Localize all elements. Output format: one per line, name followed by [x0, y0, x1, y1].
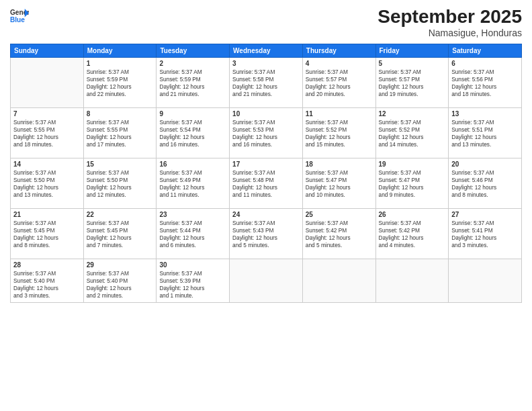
day-info: Sunrise: 5:37 AM Sunset: 5:59 PM Dayligh…	[159, 68, 226, 99]
day-number: 9	[159, 110, 226, 118]
calendar-cell: 17Sunrise: 5:37 AM Sunset: 5:48 PM Dayli…	[230, 158, 303, 208]
calendar-cell: 10Sunrise: 5:37 AM Sunset: 5:53 PM Dayli…	[230, 107, 303, 158]
calendar-cell: 15Sunrise: 5:37 AM Sunset: 5:50 PM Dayli…	[83, 158, 157, 208]
day-number: 8	[87, 110, 154, 118]
day-info: Sunrise: 5:37 AM Sunset: 5:48 PM Dayligh…	[232, 169, 300, 199]
svg-text:Blue: Blue	[10, 16, 25, 24]
day-number: 7	[13, 110, 81, 118]
day-info: Sunrise: 5:37 AM Sunset: 5:54 PM Dayligh…	[159, 119, 226, 149]
calendar-cell: 21Sunrise: 5:37 AM Sunset: 5:45 PM Dayli…	[11, 208, 84, 259]
calendar-cell: 24Sunrise: 5:37 AM Sunset: 5:43 PM Dayli…	[230, 208, 303, 259]
weekday-header-thursday: Thursday	[302, 44, 375, 57]
day-number: 26	[379, 211, 446, 218]
day-info: Sunrise: 5:37 AM Sunset: 5:46 PM Dayligh…	[451, 169, 519, 199]
day-info: Sunrise: 5:37 AM Sunset: 5:45 PM Dayligh…	[13, 220, 81, 250]
day-info: Sunrise: 5:37 AM Sunset: 5:55 PM Dayligh…	[87, 119, 154, 149]
calendar-week-2: 7Sunrise: 5:37 AM Sunset: 5:55 PM Daylig…	[11, 107, 522, 158]
day-info: Sunrise: 5:37 AM Sunset: 5:45 PM Dayligh…	[87, 220, 154, 250]
calendar-body: 1Sunrise: 5:37 AM Sunset: 5:59 PM Daylig…	[11, 57, 522, 302]
day-info: Sunrise: 5:37 AM Sunset: 5:51 PM Dayligh…	[451, 119, 519, 149]
calendar-week-4: 21Sunrise: 5:37 AM Sunset: 5:45 PM Dayli…	[11, 208, 522, 259]
weekday-header-wednesday: Wednesday	[230, 44, 303, 57]
calendar-page: General Blue September 2025 Namasigue, H…	[0, 0, 532, 411]
day-number: 28	[13, 261, 81, 269]
calendar-cell: 9Sunrise: 5:37 AM Sunset: 5:54 PM Daylig…	[157, 107, 230, 158]
day-number: 25	[306, 211, 373, 218]
calendar-cell: 4Sunrise: 5:37 AM Sunset: 5:57 PM Daylig…	[302, 57, 375, 107]
day-info: Sunrise: 5:37 AM Sunset: 5:58 PM Dayligh…	[232, 68, 300, 99]
day-number: 3	[232, 60, 300, 67]
calendar-cell: 8Sunrise: 5:37 AM Sunset: 5:55 PM Daylig…	[83, 107, 157, 158]
calendar-cell: 5Sunrise: 5:37 AM Sunset: 5:57 PM Daylig…	[375, 57, 449, 107]
calendar-cell: 2Sunrise: 5:37 AM Sunset: 5:59 PM Daylig…	[157, 57, 230, 107]
weekday-header-saturday: Saturday	[449, 44, 522, 57]
logo-icon: General Blue	[10, 7, 29, 26]
day-number: 18	[306, 161, 373, 168]
day-number: 14	[13, 161, 81, 168]
calendar-cell: 27Sunrise: 5:37 AM Sunset: 5:41 PM Dayli…	[449, 208, 522, 259]
calendar-cell: 13Sunrise: 5:37 AM Sunset: 5:51 PM Dayli…	[449, 107, 522, 158]
calendar-week-5: 28Sunrise: 5:37 AM Sunset: 5:40 PM Dayli…	[11, 259, 522, 302]
calendar-cell: 23Sunrise: 5:37 AM Sunset: 5:44 PM Dayli…	[157, 208, 230, 259]
day-info: Sunrise: 5:37 AM Sunset: 5:42 PM Dayligh…	[379, 220, 446, 250]
logo: General Blue	[10, 7, 29, 26]
day-info: Sunrise: 5:37 AM Sunset: 5:57 PM Dayligh…	[379, 68, 446, 99]
calendar-table: SundayMondayTuesdayWednesdayThursdayFrid…	[10, 44, 522, 303]
day-number: 5	[379, 60, 446, 67]
calendar-cell: 19Sunrise: 5:37 AM Sunset: 5:47 PM Dayli…	[375, 158, 449, 208]
day-number: 23	[159, 211, 226, 218]
day-number: 1	[87, 60, 154, 67]
day-info: Sunrise: 5:37 AM Sunset: 5:41 PM Dayligh…	[451, 220, 519, 250]
day-info: Sunrise: 5:37 AM Sunset: 5:44 PM Dayligh…	[159, 220, 226, 250]
day-number: 16	[159, 161, 226, 168]
day-number: 19	[379, 161, 446, 168]
day-info: Sunrise: 5:37 AM Sunset: 5:56 PM Dayligh…	[451, 68, 519, 99]
calendar-cell: 16Sunrise: 5:37 AM Sunset: 5:49 PM Dayli…	[157, 158, 230, 208]
day-number: 27	[451, 211, 519, 218]
day-number: 21	[13, 211, 81, 218]
calendar-cell: 28Sunrise: 5:37 AM Sunset: 5:40 PM Dayli…	[11, 259, 84, 302]
day-info: Sunrise: 5:37 AM Sunset: 5:52 PM Dayligh…	[379, 119, 446, 149]
day-info: Sunrise: 5:37 AM Sunset: 5:57 PM Dayligh…	[306, 68, 373, 99]
calendar-week-3: 14Sunrise: 5:37 AM Sunset: 5:50 PM Dayli…	[11, 158, 522, 208]
calendar-cell	[230, 259, 303, 302]
month-title: September 2025	[378, 7, 522, 28]
day-number: 30	[159, 261, 226, 269]
day-number: 13	[451, 110, 519, 118]
calendar-cell: 26Sunrise: 5:37 AM Sunset: 5:42 PM Dayli…	[375, 208, 449, 259]
day-info: Sunrise: 5:37 AM Sunset: 5:42 PM Dayligh…	[306, 220, 373, 250]
day-info: Sunrise: 5:37 AM Sunset: 5:43 PM Dayligh…	[232, 220, 300, 250]
day-number: 4	[306, 60, 373, 67]
calendar-cell: 30Sunrise: 5:37 AM Sunset: 5:39 PM Dayli…	[157, 259, 230, 302]
calendar-cell	[302, 259, 375, 302]
calendar-cell: 25Sunrise: 5:37 AM Sunset: 5:42 PM Dayli…	[302, 208, 375, 259]
location-subtitle: Namasigue, Honduras	[378, 28, 522, 38]
weekday-header-friday: Friday	[375, 44, 449, 57]
weekday-header-tuesday: Tuesday	[157, 44, 230, 57]
day-number: 15	[87, 161, 154, 168]
calendar-cell: 7Sunrise: 5:37 AM Sunset: 5:55 PM Daylig…	[11, 107, 84, 158]
day-number: 12	[379, 110, 446, 118]
day-info: Sunrise: 5:37 AM Sunset: 5:50 PM Dayligh…	[87, 169, 154, 199]
day-info: Sunrise: 5:37 AM Sunset: 5:59 PM Dayligh…	[87, 68, 154, 99]
weekday-header-monday: Monday	[83, 44, 157, 57]
calendar-cell: 14Sunrise: 5:37 AM Sunset: 5:50 PM Dayli…	[11, 158, 84, 208]
day-info: Sunrise: 5:37 AM Sunset: 5:49 PM Dayligh…	[159, 169, 226, 199]
day-info: Sunrise: 5:37 AM Sunset: 5:39 PM Dayligh…	[159, 270, 226, 300]
day-number: 29	[87, 261, 154, 269]
calendar-header: SundayMondayTuesdayWednesdayThursdayFrid…	[11, 44, 522, 57]
calendar-cell: 6Sunrise: 5:37 AM Sunset: 5:56 PM Daylig…	[449, 57, 522, 107]
calendar-cell: 29Sunrise: 5:37 AM Sunset: 5:40 PM Dayli…	[83, 259, 157, 302]
header: General Blue September 2025 Namasigue, H…	[10, 7, 522, 38]
day-info: Sunrise: 5:37 AM Sunset: 5:52 PM Dayligh…	[306, 119, 373, 149]
day-number: 24	[232, 211, 300, 218]
calendar-week-1: 1Sunrise: 5:37 AM Sunset: 5:59 PM Daylig…	[11, 57, 522, 107]
calendar-cell: 12Sunrise: 5:37 AM Sunset: 5:52 PM Dayli…	[375, 107, 449, 158]
day-number: 20	[451, 161, 519, 168]
day-number: 11	[306, 110, 373, 118]
title-block: September 2025 Namasigue, Honduras	[378, 7, 522, 38]
calendar-cell	[449, 259, 522, 302]
day-info: Sunrise: 5:37 AM Sunset: 5:47 PM Dayligh…	[379, 169, 446, 199]
day-number: 2	[159, 60, 226, 67]
calendar-cell: 20Sunrise: 5:37 AM Sunset: 5:46 PM Dayli…	[449, 158, 522, 208]
